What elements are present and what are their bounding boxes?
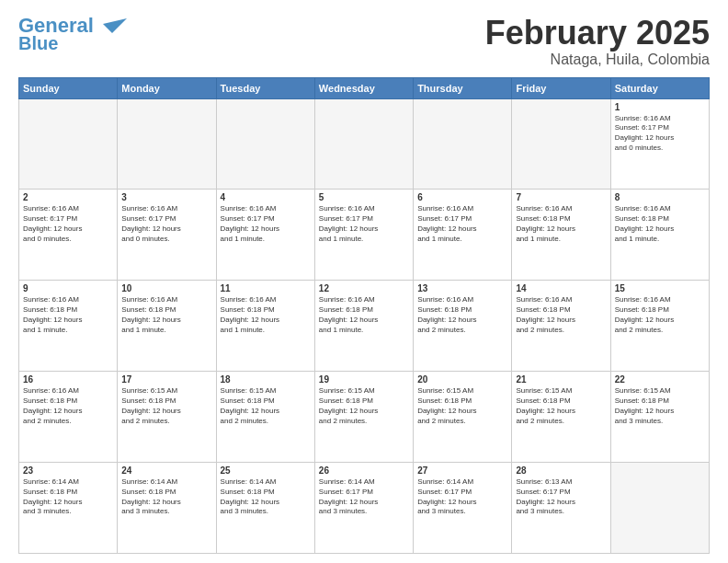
- day-info: Sunrise: 6:16 AM Sunset: 6:17 PM Dayligh…: [417, 204, 507, 244]
- calendar-cell: 27Sunrise: 6:14 AM Sunset: 6:17 PM Dayli…: [414, 463, 512, 554]
- day-info: Sunrise: 6:14 AM Sunset: 6:17 PM Dayligh…: [417, 477, 507, 517]
- calendar-week-3: 16Sunrise: 6:16 AM Sunset: 6:18 PM Dayli…: [19, 372, 710, 463]
- day-number: 18: [221, 374, 311, 385]
- calendar-cell: [19, 98, 118, 190]
- calendar-cell: 13Sunrise: 6:16 AM Sunset: 6:18 PM Dayli…: [414, 281, 512, 372]
- day-number: 2: [23, 192, 113, 202]
- day-info: Sunrise: 6:16 AM Sunset: 6:17 PM Dayligh…: [615, 114, 705, 154]
- day-number: 11: [221, 283, 311, 293]
- day-info: Sunrise: 6:16 AM Sunset: 6:18 PM Dayligh…: [319, 295, 409, 335]
- weekday-header-thursday: Thursday: [414, 77, 512, 98]
- logo-line2: Blue: [18, 33, 58, 53]
- weekday-header-saturday: Saturday: [610, 77, 709, 98]
- day-info: Sunrise: 6:16 AM Sunset: 6:18 PM Dayligh…: [615, 295, 705, 335]
- logo-wing-icon: [94, 17, 127, 35]
- day-info: Sunrise: 6:16 AM Sunset: 6:17 PM Dayligh…: [121, 204, 211, 244]
- calendar-week-1: 2Sunrise: 6:16 AM Sunset: 6:17 PM Daylig…: [19, 190, 710, 281]
- day-number: 3: [121, 192, 211, 202]
- day-info: Sunrise: 6:16 AM Sunset: 6:17 PM Dayligh…: [319, 204, 409, 244]
- calendar-cell: 1Sunrise: 6:16 AM Sunset: 6:17 PM Daylig…: [610, 98, 709, 190]
- calendar-cell: 4Sunrise: 6:16 AM Sunset: 6:17 PM Daylig…: [216, 190, 314, 281]
- day-info: Sunrise: 6:14 AM Sunset: 6:18 PM Dayligh…: [23, 477, 113, 517]
- day-info: Sunrise: 6:16 AM Sunset: 6:17 PM Dayligh…: [221, 204, 311, 244]
- calendar-cell: 5Sunrise: 6:16 AM Sunset: 6:17 PM Daylig…: [314, 190, 413, 281]
- calendar-cell: 21Sunrise: 6:15 AM Sunset: 6:18 PM Dayli…: [512, 372, 610, 463]
- day-number: 8: [615, 192, 705, 202]
- day-info: Sunrise: 6:16 AM Sunset: 6:18 PM Dayligh…: [615, 204, 705, 244]
- calendar-cell: 25Sunrise: 6:14 AM Sunset: 6:18 PM Dayli…: [216, 463, 314, 554]
- day-number: 26: [319, 465, 409, 476]
- calendar-cell: 16Sunrise: 6:16 AM Sunset: 6:18 PM Dayli…: [19, 372, 118, 463]
- calendar-cell: 19Sunrise: 6:15 AM Sunset: 6:18 PM Dayli…: [314, 372, 413, 463]
- day-number: 25: [221, 465, 311, 476]
- day-number: 9: [23, 283, 113, 293]
- calendar-cell: 9Sunrise: 6:16 AM Sunset: 6:18 PM Daylig…: [19, 281, 118, 372]
- day-number: 19: [319, 374, 409, 385]
- day-number: 16: [23, 374, 113, 385]
- day-info: Sunrise: 6:16 AM Sunset: 6:18 PM Dayligh…: [417, 295, 507, 335]
- day-number: 20: [417, 374, 507, 385]
- weekday-header-friday: Friday: [512, 77, 610, 98]
- calendar-cell: 18Sunrise: 6:15 AM Sunset: 6:18 PM Dayli…: [216, 372, 314, 463]
- title-block: February 2025 Nataga, Huila, Colombia: [485, 15, 710, 68]
- day-number: 23: [23, 465, 113, 476]
- calendar-cell: 6Sunrise: 6:16 AM Sunset: 6:17 PM Daylig…: [414, 190, 512, 281]
- day-number: 15: [615, 283, 705, 293]
- calendar-cell: 3Sunrise: 6:16 AM Sunset: 6:17 PM Daylig…: [118, 190, 216, 281]
- calendar-header-row: SundayMondayTuesdayWednesdayThursdayFrid…: [19, 77, 710, 98]
- calendar-cell: [314, 98, 413, 190]
- day-number: 1: [615, 102, 705, 112]
- day-info: Sunrise: 6:16 AM Sunset: 6:18 PM Dayligh…: [23, 295, 113, 335]
- day-number: 10: [121, 283, 211, 293]
- day-info: Sunrise: 6:14 AM Sunset: 6:18 PM Dayligh…: [121, 477, 211, 517]
- svg-marker-0: [103, 18, 127, 33]
- calendar-cell: 24Sunrise: 6:14 AM Sunset: 6:18 PM Dayli…: [118, 463, 216, 554]
- day-number: 24: [121, 465, 211, 476]
- weekday-header-sunday: Sunday: [19, 77, 118, 98]
- calendar-week-0: 1Sunrise: 6:16 AM Sunset: 6:17 PM Daylig…: [19, 98, 710, 190]
- day-info: Sunrise: 6:16 AM Sunset: 6:18 PM Dayligh…: [23, 386, 113, 426]
- day-number: 6: [417, 192, 507, 202]
- day-number: 21: [516, 374, 606, 385]
- calendar-cell: 20Sunrise: 6:15 AM Sunset: 6:18 PM Dayli…: [414, 372, 512, 463]
- calendar-cell: 2Sunrise: 6:16 AM Sunset: 6:17 PM Daylig…: [19, 190, 118, 281]
- weekday-header-wednesday: Wednesday: [314, 77, 413, 98]
- day-number: 28: [516, 465, 606, 476]
- day-info: Sunrise: 6:15 AM Sunset: 6:18 PM Dayligh…: [319, 386, 409, 426]
- calendar-week-2: 9Sunrise: 6:16 AM Sunset: 6:18 PM Daylig…: [19, 281, 710, 372]
- calendar-cell: 7Sunrise: 6:16 AM Sunset: 6:18 PM Daylig…: [512, 190, 610, 281]
- header: General Blue February 2025 Nataga, Huila…: [18, 15, 710, 68]
- day-number: 27: [417, 465, 507, 476]
- calendar-cell: 22Sunrise: 6:15 AM Sunset: 6:18 PM Dayli…: [610, 372, 709, 463]
- calendar-cell: 23Sunrise: 6:14 AM Sunset: 6:18 PM Dayli…: [19, 463, 118, 554]
- day-info: Sunrise: 6:14 AM Sunset: 6:17 PM Dayligh…: [319, 477, 409, 517]
- day-info: Sunrise: 6:16 AM Sunset: 6:18 PM Dayligh…: [121, 295, 211, 335]
- day-number: 14: [516, 283, 606, 293]
- calendar-cell: 8Sunrise: 6:16 AM Sunset: 6:18 PM Daylig…: [610, 190, 709, 281]
- day-number: 5: [319, 192, 409, 202]
- location: Nataga, Huila, Colombia: [485, 52, 710, 68]
- day-number: 22: [615, 374, 705, 385]
- calendar-cell: 14Sunrise: 6:16 AM Sunset: 6:18 PM Dayli…: [512, 281, 610, 372]
- calendar: SundayMondayTuesdayWednesdayThursdayFrid…: [18, 77, 710, 554]
- day-info: Sunrise: 6:15 AM Sunset: 6:18 PM Dayligh…: [417, 386, 507, 426]
- calendar-cell: 17Sunrise: 6:15 AM Sunset: 6:18 PM Dayli…: [118, 372, 216, 463]
- day-info: Sunrise: 6:16 AM Sunset: 6:18 PM Dayligh…: [221, 295, 311, 335]
- logo: General Blue: [18, 15, 127, 53]
- calendar-cell: 12Sunrise: 6:16 AM Sunset: 6:18 PM Dayli…: [314, 281, 413, 372]
- calendar-cell: 26Sunrise: 6:14 AM Sunset: 6:17 PM Dayli…: [314, 463, 413, 554]
- day-number: 4: [221, 192, 311, 202]
- day-number: 12: [319, 283, 409, 293]
- calendar-week-4: 23Sunrise: 6:14 AM Sunset: 6:18 PM Dayli…: [19, 463, 710, 554]
- day-info: Sunrise: 6:15 AM Sunset: 6:18 PM Dayligh…: [121, 386, 211, 426]
- day-number: 13: [417, 283, 507, 293]
- calendar-cell: [118, 98, 216, 190]
- calendar-cell: [512, 98, 610, 190]
- day-info: Sunrise: 6:13 AM Sunset: 6:17 PM Dayligh…: [516, 477, 606, 517]
- day-info: Sunrise: 6:16 AM Sunset: 6:18 PM Dayligh…: [516, 295, 606, 335]
- calendar-cell: 28Sunrise: 6:13 AM Sunset: 6:17 PM Dayli…: [512, 463, 610, 554]
- day-info: Sunrise: 6:14 AM Sunset: 6:18 PM Dayligh…: [221, 477, 311, 517]
- calendar-cell: [610, 463, 709, 554]
- calendar-cell: 10Sunrise: 6:16 AM Sunset: 6:18 PM Dayli…: [118, 281, 216, 372]
- weekday-header-monday: Monday: [118, 77, 216, 98]
